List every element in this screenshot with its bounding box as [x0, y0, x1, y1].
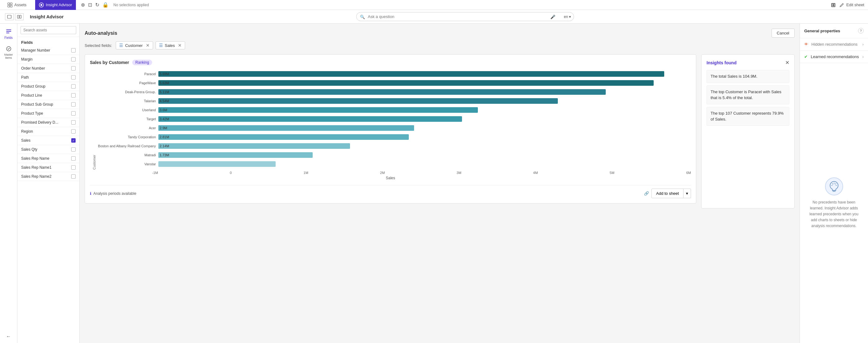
bar-row: Deak-Perera Group. 5.11M: [96, 88, 691, 95]
lightbulb-description: No precedents have been learned. Insight…: [806, 200, 862, 229]
field-item[interactable]: Sales Rep Name1: [18, 163, 79, 172]
customer-field-tag[interactable]: ☰ Customer ✕: [116, 41, 153, 49]
sidebar-item-master[interactable]: Master items: [0, 43, 17, 62]
language-selector[interactable]: en ▾: [564, 14, 571, 19]
question-input[interactable]: [356, 12, 574, 21]
grid-view-icon[interactable]: ⊞: [831, 2, 836, 8]
add-to-sheet-dropdown[interactable]: ▾: [683, 188, 691, 198]
bar-label: Boston and Albany Railroad Company: [96, 144, 158, 148]
insights-list: The total Sales is 104.9M.The top Custom…: [707, 70, 789, 126]
sidebar-item-fields[interactable]: Fields: [3, 26, 14, 42]
field-item[interactable]: Product Sub Group: [18, 100, 79, 109]
bar-row: Userland 3.6M: [96, 106, 691, 113]
field-item[interactable]: Sales Rep Name2: [18, 172, 79, 181]
single-panel-btn[interactable]: [5, 13, 14, 20]
assets-tab[interactable]: Assets: [4, 2, 30, 7]
lock-icon[interactable]: 🔒: [102, 2, 108, 8]
sales-tag-icon: ☰: [159, 43, 163, 48]
customer-tag-remove[interactable]: ✕: [146, 43, 150, 48]
field-item-name: Promised Delivery D...: [21, 120, 58, 125]
field-checkbox[interactable]: [71, 48, 75, 53]
field-item[interactable]: Product Type: [18, 109, 79, 118]
add-to-sheet-main[interactable]: Add to sheet: [651, 188, 683, 198]
field-item[interactable]: Promised Delivery D...: [18, 118, 79, 127]
field-checkbox[interactable]: [71, 111, 75, 115]
bar-row: Acer 2.9M: [96, 125, 691, 132]
field-checkbox[interactable]: [71, 93, 75, 98]
bar-value: 3.6M: [160, 108, 167, 112]
field-checkbox[interactable]: [71, 75, 75, 79]
field-item[interactable]: Sales Qty: [18, 145, 79, 154]
field-item[interactable]: Region: [18, 127, 79, 136]
edit-sheet-button[interactable]: Edit sheet: [839, 2, 864, 7]
field-item-name: Sales: [21, 138, 30, 143]
insight-advisor-tab[interactable]: Insight Advisor: [35, 0, 76, 10]
field-checkbox[interactable]: [71, 120, 75, 125]
field-checkbox[interactable]: [71, 84, 75, 89]
field-checkbox[interactable]: ✓: [71, 138, 75, 143]
cancel-button[interactable]: Cancel: [772, 29, 795, 38]
no-selections: No selections applied: [114, 3, 826, 7]
forward-icon[interactable]: ↻: [95, 2, 99, 8]
top-nav: Assets Insight Advisor ⊕ ⊡ ↻ 🔒 No select…: [0, 0, 868, 10]
bar-row: Target 3.42M: [96, 115, 691, 123]
field-item[interactable]: Margin: [18, 55, 79, 64]
auto-analysis-header: Auto-analysis Cancel: [85, 29, 795, 38]
bar-row: Paracel 5.69M: [96, 70, 691, 77]
sales-field-tag[interactable]: ☰ Sales ✕: [156, 41, 185, 49]
bar-label: Target: [96, 117, 158, 121]
split-panel-btn[interactable]: [15, 13, 24, 20]
field-item[interactable]: Product Line: [18, 91, 79, 100]
field-checkbox[interactable]: [71, 66, 75, 71]
hidden-recs-left: 👁 Hidden recommendations: [804, 42, 858, 46]
x-tick: 0: [230, 171, 232, 175]
help-icon[interactable]: ?: [858, 28, 864, 34]
check-icon: ✔: [804, 55, 808, 59]
field-item[interactable]: Order Number: [18, 64, 79, 73]
zoom-icon[interactable]: ⊕: [81, 2, 85, 8]
auto-analysis-panel: Auto-analysis Cancel Selected fields: ☰ …: [80, 24, 800, 343]
selected-fields-row: Selected fields: ☰ Customer ✕ ☰ Sales ✕: [85, 41, 795, 49]
field-item[interactable]: Path: [18, 73, 79, 82]
customer-tag-name: Customer: [125, 43, 143, 48]
field-item-name: Order Number: [21, 66, 45, 71]
field-checkbox[interactable]: [71, 174, 75, 179]
hidden-recommendations-item[interactable]: 👁 Hidden recommendations ›: [800, 38, 868, 50]
search-assets-input[interactable]: [21, 26, 76, 34]
x-tick: -1M: [152, 171, 158, 175]
mic-icon[interactable]: 🎤: [550, 14, 555, 19]
lightbulb-icon: [825, 177, 843, 196]
bar-value: 2.9M: [160, 126, 167, 130]
insights-panel: Insights found ✕ The total Sales is 104.…: [701, 55, 795, 208]
field-checkbox[interactable]: [71, 57, 75, 62]
bar-fill: 2.9M: [158, 125, 414, 131]
bar-value: 5.69M: [160, 72, 169, 76]
field-checkbox[interactable]: [71, 129, 75, 134]
auto-analysis-title: Auto-analysis: [85, 30, 117, 36]
field-item[interactable]: Manager Number: [18, 46, 79, 55]
bar-row: Tandy Corporation 2.81M: [96, 134, 691, 141]
field-item[interactable]: Sales ✓: [18, 136, 79, 145]
select-icon[interactable]: ⊡: [88, 2, 92, 8]
sales-tag-remove[interactable]: ✕: [178, 43, 182, 48]
field-checkbox[interactable]: [71, 147, 75, 151]
bar-fill: 3.6M: [158, 107, 478, 113]
insights-close-btn[interactable]: ✕: [785, 60, 789, 66]
field-item-name: Margin: [21, 57, 33, 62]
field-item[interactable]: Sales Rep Name: [18, 154, 79, 163]
sales-tag-name: Sales: [165, 43, 175, 48]
fields-panel: Fields Manager Number Margin Order Numbe…: [18, 24, 80, 343]
field-item[interactable]: Product Group: [18, 82, 79, 91]
x-axis-ticks: -1M01M2M3M4M5M6M: [90, 170, 691, 175]
bar-track: 2.81M: [158, 134, 691, 140]
collapse-btn[interactable]: ←: [0, 334, 18, 343]
learned-recommendations-item[interactable]: ✔ Learned recommendations ›: [800, 50, 868, 63]
chart-footer: ℹ Analysis periods available 🔗 Add to sh…: [90, 185, 691, 198]
field-checkbox[interactable]: [71, 102, 75, 107]
bar-row: Talarian 4.54M: [96, 97, 691, 104]
svg-rect-1: [10, 3, 12, 5]
field-checkbox[interactable]: [71, 156, 75, 161]
field-checkbox[interactable]: [71, 165, 75, 170]
add-to-sheet-btn[interactable]: 🔗 Add to sheet ▾: [644, 188, 691, 198]
bar-track: 4.54M: [158, 98, 691, 104]
